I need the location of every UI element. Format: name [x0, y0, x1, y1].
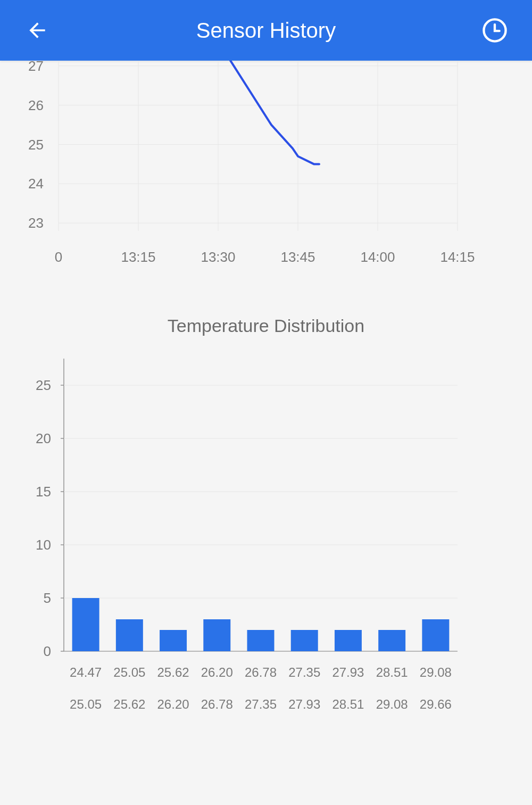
history-clock-button[interactable]: [479, 14, 511, 46]
x-label-bottom: 29.66: [420, 697, 452, 711]
line-chart-svg: 2324252627013:1513:3013:4514:0014:15: [0, 61, 532, 289]
x-label-bottom: 28.51: [332, 697, 364, 711]
bar: [116, 619, 143, 651]
y-tick-label: 0: [44, 643, 51, 659]
x-label-top: 29.08: [420, 665, 452, 679]
x-tick-label: 14:00: [360, 249, 395, 265]
x-label-top: 26.20: [201, 665, 233, 679]
clock-icon: [481, 16, 509, 44]
x-label-top: 27.93: [332, 665, 364, 679]
app-header: Sensor History: [0, 0, 532, 61]
x-label-bottom: 29.08: [376, 697, 408, 711]
line-chart: 2324252627013:1513:3013:4514:0014:15: [0, 61, 532, 289]
x-label-top: 25.62: [157, 665, 189, 679]
x-label-top: 24.47: [70, 665, 102, 679]
x-label-bottom: 27.35: [245, 697, 277, 711]
y-tick-label: 26: [28, 97, 44, 113]
bar-chart-title: Temperature Distribution: [168, 316, 364, 336]
bar-chart: Temperature Distribution051015202524.472…: [0, 289, 532, 805]
x-tick-label: 13:45: [280, 249, 315, 265]
x-tick-label: 0: [55, 249, 62, 265]
y-tick-label: 25: [36, 377, 51, 393]
back-button[interactable]: [21, 14, 53, 46]
y-tick-label: 20: [36, 430, 51, 446]
x-label-top: 27.35: [288, 665, 320, 679]
y-tick-label: 10: [36, 537, 51, 553]
x-label-top: 25.05: [113, 665, 145, 679]
bar-chart-svg: Temperature Distribution051015202524.472…: [0, 289, 532, 805]
x-tick-label: 13:30: [201, 249, 235, 265]
y-tick-label: 24: [28, 176, 44, 192]
bar: [160, 630, 187, 651]
x-label-top: 28.51: [376, 665, 408, 679]
bar: [203, 619, 230, 651]
bar: [378, 630, 405, 651]
bar: [291, 630, 318, 651]
x-label-bottom: 27.93: [288, 697, 320, 711]
x-tick-label: 14:15: [440, 249, 475, 265]
bar: [72, 598, 99, 651]
y-tick-label: 5: [44, 590, 51, 606]
x-label-bottom: 26.20: [157, 697, 189, 711]
x-tick-label: 13:15: [121, 249, 155, 265]
bar: [422, 619, 449, 651]
x-label-bottom: 25.05: [70, 697, 102, 711]
arrow-left-icon: [26, 19, 49, 42]
y-tick-label: 27: [28, 61, 44, 74]
bar: [335, 630, 362, 651]
y-tick-label: 23: [28, 215, 44, 231]
temperature-line: [229, 61, 319, 164]
y-tick-label: 15: [36, 484, 51, 500]
content: 2324252627013:1513:3013:4514:0014:15 Tem…: [0, 61, 532, 805]
x-label-bottom: 25.62: [113, 697, 145, 711]
x-label-top: 26.78: [245, 665, 277, 679]
bar: [247, 630, 275, 651]
x-label-bottom: 26.78: [201, 697, 233, 711]
page-title: Sensor History: [196, 19, 336, 43]
y-tick-label: 25: [28, 137, 44, 153]
